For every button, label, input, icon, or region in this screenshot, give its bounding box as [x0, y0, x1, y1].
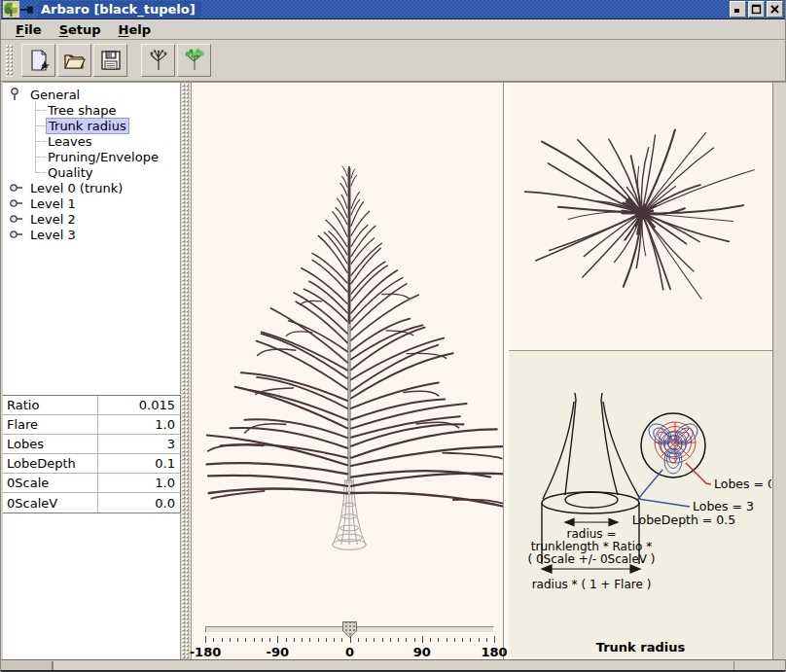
slider-tick	[245, 638, 246, 642]
slider-label: 90	[413, 645, 431, 659]
tree-connector	[9, 149, 46, 164]
svg-text:Lobes = 0: Lobes = 0	[714, 477, 771, 491]
tree-green-icon	[182, 48, 207, 73]
pin-icon	[20, 5, 34, 15]
table-row-flare: Flare1.0	[3, 415, 180, 435]
trunk-radius-diagram: radius = trunklength * Ratio * ( 0Scale …	[509, 351, 772, 659]
table-row-ratio: Ratio0.015	[3, 396, 180, 415]
save-file-button[interactable]	[93, 44, 127, 77]
slider-tick	[286, 638, 287, 642]
slider-label: 0	[345, 645, 354, 659]
params-table: Ratio0.015Flare1.0Lobes3LobeDepth0.10Sca…	[3, 395, 181, 513]
collapsed-handle-icon[interactable]	[9, 211, 22, 227]
minimize-button[interactable]	[730, 1, 746, 18]
slider-ruler	[192, 636, 505, 645]
slider-tick	[486, 638, 487, 642]
nav-item-trunk-radius[interactable]: Trunk radius	[3, 118, 180, 133]
param-label: Lobes	[3, 435, 98, 453]
slider-label: -180	[190, 645, 222, 659]
slider-tick	[366, 638, 367, 642]
param-label: Ratio	[3, 396, 98, 414]
svg-text:( 0Scale +/- 0ScaleV ): ( 0Scale +/- 0ScaleV )	[527, 552, 655, 566]
new-file-button[interactable]	[21, 44, 55, 77]
slider-tick	[470, 638, 471, 642]
left-panel: GeneralTree shapeTrunk radiusLeavesPruni…	[3, 82, 181, 659]
slider-tick	[309, 638, 310, 642]
collapsed-handle-icon[interactable]	[9, 180, 22, 195]
collapsed-handle-icon[interactable]	[9, 195, 22, 211]
nav-item-label: Pruning/Envelope	[46, 150, 161, 164]
slider-tick	[374, 638, 375, 642]
slider-tick	[447, 638, 447, 642]
nav-item-leaves[interactable]: Leaves	[3, 133, 180, 149]
tree-connector	[9, 102, 46, 118]
close-button[interactable]	[767, 1, 783, 18]
param-value[interactable]: 1.0	[98, 476, 180, 490]
param-value[interactable]: 3	[98, 437, 180, 451]
nav-item-level-1[interactable]: Level 1	[3, 195, 180, 211]
slider-tick	[269, 638, 270, 642]
slider-tick	[326, 638, 327, 642]
expanded-handle-icon[interactable]	[9, 87, 22, 102]
slider-tick	[294, 638, 295, 642]
nav-item-label: Leaves	[46, 134, 93, 149]
app-icon	[3, 1, 19, 18]
nav-item-label: Level 1	[28, 196, 78, 211]
param-value[interactable]: 0.015	[98, 398, 180, 412]
params-tree: GeneralTree shapeTrunk radiusLeavesPruni…	[3, 83, 181, 394]
slider-tick	[222, 638, 223, 642]
front-view-panel: -180-90090180	[191, 82, 504, 659]
tree-connector	[9, 133, 46, 149]
nav-item-level-3[interactable]: Level 3	[3, 227, 180, 242]
create-tree-button[interactable]	[141, 44, 175, 77]
maximize-button[interactable]	[748, 1, 765, 18]
nav-item-label: Level 3	[28, 228, 78, 242]
collapsed-handle-icon[interactable]	[9, 227, 22, 242]
nav-item-quality[interactable]: Quality	[3, 164, 180, 180]
slider-tick	[430, 638, 431, 642]
menu-item-help[interactable]: Help	[110, 20, 160, 39]
window: Arbaro [black_tupelo] FileSetupHelp	[0, 0, 786, 672]
resize-notch	[53, 661, 54, 670]
nav-item-label: Level 2	[28, 212, 78, 227]
lobes-drawing: Lobes = 0 Lobes = 3 LobeDepth = 0.5	[632, 413, 771, 527]
front-view-canvas	[192, 83, 503, 618]
slider-tick	[350, 636, 351, 643]
slider-tick	[205, 636, 206, 643]
nav-item-pruning-envelope[interactable]: Pruning/Envelope	[3, 149, 180, 164]
svg-text:radius * ( 1 + Flare ): radius * ( 1 + Flare )	[532, 578, 652, 591]
param-label: 0Scale	[3, 474, 98, 492]
nav-item-tree-shape[interactable]: Tree shape	[3, 102, 180, 118]
nav-item-level-2[interactable]: Level 2	[3, 211, 180, 227]
window-right-edge	[772, 82, 786, 659]
tree-connector	[9, 118, 46, 133]
radius-formula: radius = trunklength * Ratio * ( 0Scale …	[527, 527, 655, 591]
slider-tick	[277, 636, 278, 643]
param-value[interactable]: 0.1	[98, 456, 180, 471]
right-panel: radius = trunklength * Ratio * ( 0Scale …	[509, 82, 772, 659]
slider-tick	[254, 638, 255, 642]
split-pane-divider[interactable]	[181, 82, 191, 659]
menu-item-file[interactable]: File	[7, 20, 51, 39]
nav-item-level-0-trunk[interactable]: Level 0 (trunk)	[3, 180, 180, 195]
nav-item-general[interactable]: General	[3, 87, 180, 102]
svg-text:radius =: radius =	[567, 527, 617, 541]
param-label: LobeDepth	[3, 454, 98, 473]
render-tree-button[interactable]	[177, 44, 211, 77]
slider-tick	[318, 638, 319, 642]
slider-tick	[302, 638, 303, 642]
nav-item-label: Tree shape	[46, 103, 118, 118]
tree-connector	[9, 164, 46, 180]
nav-item-label: Level 0 (trunk)	[28, 181, 125, 195]
toolbar-drag-handle[interactable]	[5, 44, 14, 77]
param-value[interactable]: 1.0	[98, 417, 180, 432]
table-row-lobedepth: LobeDepth0.1	[3, 454, 180, 474]
diagram-canvas: radius = trunklength * Ratio * ( 0Scale …	[509, 351, 771, 638]
param-value[interactable]: 0.0	[98, 496, 180, 511]
slider-tick	[454, 638, 455, 642]
open-file-button[interactable]	[57, 44, 91, 77]
svg-text:trunklength * Ratio *: trunklength * Ratio *	[531, 540, 652, 553]
slider-tick	[479, 638, 480, 642]
menu-item-setup[interactable]: Setup	[51, 20, 110, 39]
slider-tick	[382, 638, 383, 642]
